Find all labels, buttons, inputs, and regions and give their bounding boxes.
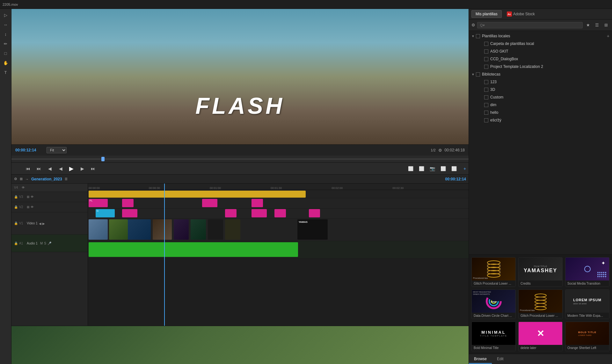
search-input[interactable] — [477, 22, 583, 28]
eye-icon-v3[interactable]: 👁 — [31, 195, 34, 199]
clip-v2-c[interactable] — [225, 209, 237, 217]
btn-insert[interactable]: ⬜ — [407, 165, 414, 172]
template-card-4[interactable]: DINER MOST REQUESTEDDINER DESSERTS Data-… — [471, 289, 516, 319]
tree-item-escrzy[interactable]: ešcŕžý — [469, 116, 612, 124]
clip-v3-d[interactable] — [251, 199, 263, 207]
settings-icon[interactable]: ⚙ — [438, 148, 442, 153]
tree-section-plantillas[interactable]: ▼ Plantillas locales + — [469, 32, 612, 40]
btn-play[interactable]: ▶ — [68, 165, 75, 172]
btn-add[interactable]: + — [461, 165, 469, 172]
btn-overwrite[interactable]: ⬜ — [418, 165, 425, 172]
checkbox-carpeta[interactable] — [484, 42, 488, 46]
tree-section-bibliotecas[interactable]: ▼ Bibliotecas — [469, 70, 612, 78]
lock-icon-v2[interactable]: 🔒 — [14, 205, 18, 209]
tool-razor[interactable]: ↔ — [2, 21, 9, 28]
track-sync-v2[interactable]: ⊞ — [27, 205, 29, 209]
mis-plantillas-btn[interactable]: Mis plantillas — [471, 10, 502, 18]
btn-frame-back[interactable]: ◀ — [57, 165, 64, 172]
filter-icon[interactable]: ⚙ — [471, 23, 475, 27]
template-card-8[interactable]: ✕ delete later — [518, 322, 563, 351]
lock-icon-a1[interactable]: 🔒 — [14, 242, 18, 245]
checkbox-3d[interactable] — [484, 88, 488, 92]
checkbox-bibliotecas[interactable] — [476, 72, 480, 76]
checkbox-project-template[interactable] — [484, 65, 488, 69]
mic-a1[interactable]: 🎤 — [47, 242, 51, 245]
tree-item-123[interactable]: 123 — [469, 78, 612, 86]
btn-frame-fwd[interactable]: ▶ — [78, 165, 86, 172]
tool-rect[interactable]: □ — [2, 50, 9, 57]
mute-a1[interactable]: M — [40, 242, 43, 245]
checkbox-custom[interactable] — [484, 95, 488, 99]
tab-browse[interactable]: Browse — [469, 355, 492, 364]
btn-camera[interactable]: 📷 — [428, 165, 436, 172]
clip-v1-h[interactable] — [225, 219, 240, 240]
clip-v1-g[interactable] — [208, 219, 223, 240]
clip-v2-f[interactable] — [309, 209, 320, 217]
clip-v2-b[interactable] — [122, 209, 137, 217]
fit-dropdown[interactable]: Fit 25% 50% 100% — [47, 147, 67, 153]
tree-item-ccd[interactable]: CCD_DialogBox — [469, 55, 612, 63]
tab-edit[interactable]: Edit — [492, 355, 509, 364]
tool-text[interactable]: T — [2, 69, 9, 76]
clip-v2-d[interactable] — [251, 209, 267, 217]
checkbox-aso[interactable] — [484, 49, 488, 54]
btn-step-fwd[interactable]: ⏭ — [89, 165, 97, 172]
checkbox-ccd[interactable] — [484, 57, 488, 61]
timeline-snap-icon[interactable]: ⊞ — [20, 177, 23, 181]
tool-hand[interactable]: ✋ — [2, 59, 9, 66]
clip-v3-a[interactable]: FL — [89, 199, 108, 207]
timeline-content[interactable]: 00:00:00 00:00:30 00:01:00 00:01:30 00:0… — [88, 184, 469, 326]
tree-item-dim[interactable]: dim — [469, 101, 612, 109]
tree-item-project-template[interactable]: Project Template Localization 2 — [469, 63, 612, 70]
template-card-7[interactable]: MINIMAL TITLE TEMPLATE Bold Minimal Titl… — [471, 322, 516, 351]
prev-icon-v1[interactable]: ◀ — [39, 222, 41, 225]
checkbox-123[interactable] — [484, 80, 488, 84]
tool-select[interactable]: ▷ — [2, 11, 9, 18]
template-card-1[interactable]: Procedural law Glitch Procedural Lower .… — [471, 257, 516, 287]
template-card-9[interactable]: BOLD TITLE LOWER THIRD Orange Sherbet Le… — [565, 322, 609, 351]
scrubber-handle[interactable] — [101, 157, 105, 161]
next-icon-v1[interactable]: ▶ — [42, 222, 45, 225]
checkbox-escrzy[interactable] — [484, 118, 488, 122]
clip-v4-yellow[interactable] — [89, 191, 306, 198]
tree-item-carpeta[interactable]: Carpeta de plantillas local — [469, 40, 612, 47]
eye-icon-v2[interactable]: 👁 — [31, 205, 34, 209]
btn-export[interactable]: ⬜ — [439, 165, 447, 172]
tree-item-hello[interactable]: hello — [469, 109, 612, 116]
checkbox-plantillas[interactable] — [476, 34, 480, 38]
grid-view-icon[interactable]: ⊞ — [602, 22, 609, 29]
tool-pen[interactable]: ✏ — [2, 40, 9, 47]
clip-v1-d[interactable] — [153, 219, 172, 240]
clip-v1-a[interactable] — [89, 219, 108, 240]
timeline-magnet-icon[interactable]: → — [25, 177, 29, 181]
tree-item-custom[interactable]: Custom — [469, 93, 612, 101]
btn-step-back[interactable]: ◀ — [46, 165, 54, 172]
timeline-filter-icon[interactable]: ⚙ — [14, 177, 17, 181]
clip-v1-e[interactable] — [174, 219, 189, 240]
timeline-scrubber[interactable] — [11, 156, 469, 163]
checkbox-hello[interactable] — [484, 111, 488, 115]
lock-icon-v3[interactable]: 🔒 — [14, 195, 18, 199]
track-eye-v4[interactable]: 👁 — [22, 186, 25, 189]
template-card-2[interactable]: FILM TITLE YAMASHEY Credits — [518, 257, 563, 287]
clip-v1-f[interactable] — [191, 219, 206, 240]
template-card-3[interactable]: ✦ Social Media Transition — [565, 257, 609, 287]
clip-a1-main[interactable] — [89, 242, 298, 257]
clip-v3-b[interactable] — [122, 199, 134, 207]
clip-v2-a[interactable]: G — [96, 209, 115, 217]
template-card-6[interactable]: LOREM IPSUM dolor sit amet Modern Title … — [565, 289, 609, 319]
lock-icon-v1[interactable]: 🔒 — [14, 222, 18, 225]
clip-v3-c[interactable] — [202, 199, 217, 207]
adobe-stock-btn[interactable]: Ae Adobe Stock — [503, 10, 539, 18]
tree-item-aso[interactable]: ASO GKIT — [469, 47, 612, 55]
btn-mark-out[interactable]: ⏭ — [35, 165, 43, 172]
clip-v1-c[interactable] — [128, 219, 151, 240]
seq-menu-icon[interactable]: ☰ — [65, 177, 68, 181]
btn-settings2[interactable]: ⬜ — [450, 165, 458, 172]
tree-item-3d[interactable]: 3D — [469, 86, 612, 93]
clip-v2-e[interactable] — [274, 209, 286, 217]
template-card-5[interactable]: Procedural law Glitch Procedural Lower .… — [518, 289, 563, 319]
list-view-icon[interactable]: ☰ — [594, 22, 601, 29]
btn-mark-in[interactable]: ⏮ — [24, 165, 32, 172]
clip-v1-b[interactable] — [109, 219, 128, 240]
